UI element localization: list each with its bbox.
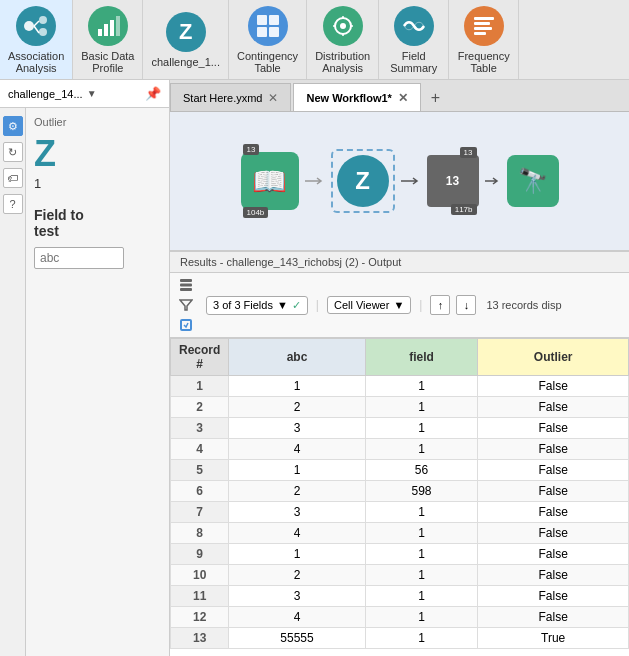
field-to-test-input[interactable] [34,247,124,269]
svg-rect-12 [269,27,279,37]
outlier-label: Outlier [34,116,161,128]
cell-record: 13 [171,628,229,649]
workflow-nodes: 📖 13 104b Z [237,149,563,213]
toolbar-association[interactable]: Association Analysis [0,0,73,79]
cell-outlier: False [478,481,629,502]
cell-record: 9 [171,544,229,565]
tab-new-workflow-close[interactable]: ✕ [398,91,408,105]
cell-record: 4 [171,439,229,460]
cell-record: 7 [171,502,229,523]
table-row: 1021False [171,565,629,586]
cell-field: 1 [365,586,478,607]
toolbar-challenge[interactable]: Z challenge_1... [143,0,229,79]
svg-rect-23 [180,279,192,282]
contingency-icon [248,6,288,46]
cell-abc: 3 [229,418,365,439]
cell-outlier: False [478,586,629,607]
toolbar-distribution[interactable]: Distribution Analysis [307,0,379,79]
svg-point-14 [340,23,346,29]
table-row: 221False [171,397,629,418]
separator-2: | [419,298,422,312]
data-table-container: Record # abc field Outlier 111False221Fa… [170,338,629,656]
cell-field: 1 [365,502,478,523]
sidebar-icon-refresh[interactable]: ↻ [3,142,23,162]
table-row: 111False [171,376,629,397]
main-layout: challenge_14... ▼ 📌 ⚙ ↻ 🏷 ? Outlier Z 1 … [0,80,629,656]
table-row: 911False [171,544,629,565]
sort-up-button[interactable]: ↑ [430,295,450,315]
cell-abc: 2 [229,481,365,502]
fields-dropdown[interactable]: 3 of 3 Fields ▼ ✓ [206,296,308,315]
tab-new-workflow[interactable]: New Workflow1* ✕ [293,83,420,111]
records-info: 13 records disp [486,299,561,311]
toolbar-contingency[interactable]: Contingency Table [229,0,307,79]
cell-abc: 3 [229,586,365,607]
results-icon-box[interactable] [178,317,194,333]
challenge-icon: Z [166,12,206,52]
association-icon [16,6,56,46]
association-label: Association Analysis [8,50,64,74]
sidebar-icon-gear[interactable]: ⚙ [3,116,23,136]
cell-field: 1 [365,607,478,628]
cell-field: 1 [365,565,478,586]
svg-rect-22 [474,32,486,35]
results-icon-filter[interactable] [178,297,194,313]
cell-record: 10 [171,565,229,586]
workflow-node-view[interactable]: 🔭 [507,155,559,207]
col-header-outlier: Outlier [478,339,629,376]
toolbar-basic-data[interactable]: Basic Data Profile [73,0,143,79]
sidebar-dropdown-value: challenge_14... [8,88,83,100]
cell-field: 1 [365,397,478,418]
cell-outlier: False [478,460,629,481]
table-row: 1131False [171,586,629,607]
cell-record: 11 [171,586,229,607]
tab-start-close[interactable]: ✕ [268,91,278,105]
svg-rect-25 [180,288,192,291]
cell-abc: 1 [229,376,365,397]
results-bar: Results - challenge_143_richobsj (2) - O… [170,252,629,273]
cell-abc: 4 [229,439,365,460]
cell-abc: 4 [229,607,365,628]
sidebar-dropdown-arrow[interactable]: ▼ [87,88,97,99]
sidebar-icon-help[interactable]: ? [3,194,23,214]
workflow-node-z[interactable]: Z [331,149,395,213]
workflow-node-output[interactable]: 13 13 117b [427,155,479,207]
table-row: 441False [171,439,629,460]
separator-1: | [316,298,319,312]
table-row: 13555551True [171,628,629,649]
svg-rect-10 [269,15,279,25]
cell-outlier: False [478,418,629,439]
toolbar-field-summary[interactable]: Field Summary [379,0,449,79]
sidebar-icon-tag[interactable]: 🏷 [3,168,23,188]
svg-point-2 [39,28,47,36]
workflow-node-input[interactable]: 📖 13 104b [241,152,299,210]
table-row: 331False [171,418,629,439]
svg-line-3 [34,21,39,26]
cell-outlier: False [478,502,629,523]
toolbar-frequency[interactable]: Frequency Table [449,0,519,79]
cell-field: 1 [365,376,478,397]
sidebar: challenge_14... ▼ 📌 ⚙ ↻ 🏷 ? Outlier Z 1 … [0,80,170,656]
tabs-bar: Start Here.yxmd ✕ New Workflow1* ✕ + [170,80,629,112]
table-row: 841False [171,523,629,544]
svg-rect-7 [110,20,114,36]
results-icon-stack[interactable] [178,277,194,293]
tab-add-button[interactable]: + [423,85,448,111]
viewer-dropdown[interactable]: Cell Viewer ▼ [327,296,411,314]
svg-rect-20 [474,22,490,25]
col-header-field: field [365,339,478,376]
cell-abc: 1 [229,460,365,481]
cell-field: 56 [365,460,478,481]
tab-start[interactable]: Start Here.yxmd ✕ [170,83,291,111]
cell-field: 1 [365,523,478,544]
results-left-icons [178,277,194,333]
table-row: 1241False [171,607,629,628]
cell-record: 1 [171,376,229,397]
canvas-area: 📖 13 104b Z [170,112,629,252]
sidebar-pin[interactable]: 📌 [145,86,161,101]
cell-field: 1 [365,544,478,565]
cell-outlier: True [478,628,629,649]
sort-down-button[interactable]: ↓ [456,295,476,315]
field-summary-label: Field Summary [390,50,437,74]
cell-abc: 4 [229,523,365,544]
